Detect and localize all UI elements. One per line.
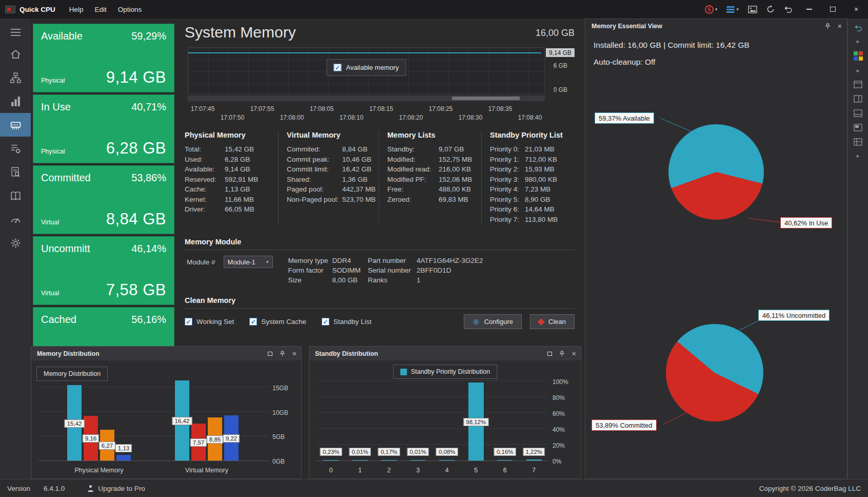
panel-header[interactable]: Standby Distribution × <box>309 347 581 360</box>
bar-value-label: 15,42 <box>65 419 85 428</box>
gear-icon <box>472 318 480 326</box>
available-memory-checkbox[interactable]: ✓ <box>333 64 341 71</box>
notification-badge-button[interactable]: 6 ▾ <box>700 0 722 18</box>
stat-label: Kernel: <box>185 195 225 205</box>
sidebar-item-performance[interactable] <box>0 89 31 113</box>
bar-slot: 1,13 <box>116 380 131 461</box>
undo-icon[interactable] <box>854 25 862 31</box>
maximize-panel-icon[interactable] <box>268 352 272 356</box>
panel-header[interactable]: Memory Distribution × <box>31 347 301 360</box>
panel-dock-icon-4[interactable] <box>854 124 862 131</box>
scrollbar-thumb[interactable] <box>452 97 520 100</box>
maximize-panel-icon[interactable] <box>547 352 552 356</box>
stat-label: Commited: <box>287 144 342 155</box>
card-title: Uncommitt <box>41 243 90 255</box>
menu-icon[interactable] <box>0 23 31 42</box>
close-panel-icon[interactable]: × <box>838 23 842 30</box>
pin-icon[interactable] <box>280 351 285 357</box>
checkbox-icon[interactable]: ✓ <box>185 318 192 326</box>
panel-dock-icon-3[interactable] <box>854 109 862 117</box>
card-committed[interactable]: Committed53,86% Virtual8,84 GB <box>33 165 174 234</box>
stat-value: 15,93 MB <box>525 164 555 175</box>
undo-button[interactable] <box>779 0 797 18</box>
panel-dock-icon-2[interactable] <box>854 95 862 103</box>
close-panel-icon[interactable]: × <box>292 350 297 357</box>
checkbox-icon[interactable]: ✓ <box>249 318 257 326</box>
stat-label: Non-Paged pool: <box>287 195 342 205</box>
clean-label: Clean <box>548 318 566 326</box>
chevron-down-icon: ▾ <box>266 259 269 264</box>
menu-options[interactable]: Options <box>112 4 148 15</box>
dashboard-colors-icon[interactable] <box>854 51 863 61</box>
theme-selector-button[interactable]: ▾ <box>722 0 743 18</box>
stat-value: 523,70 MB <box>342 195 376 205</box>
pin-icon[interactable] <box>825 23 831 29</box>
checkbox-icon[interactable]: ✓ <box>322 318 329 326</box>
bar <box>381 460 397 461</box>
clean-button[interactable]: Clean <box>530 314 575 329</box>
card-uncommitted[interactable]: Uncommitt46,14% Virtual7,58 GB <box>33 236 174 305</box>
bar-slot: 6,27 <box>100 380 114 461</box>
y-axis-tick-label: 40% <box>553 426 565 433</box>
stat-value: 8,84 GB <box>342 144 368 155</box>
stat-label: Modified: <box>387 155 439 165</box>
close-panel-icon[interactable]: × <box>572 350 576 357</box>
stat-label: Paged pool: <box>287 184 342 195</box>
sidebar-item-home[interactable] <box>0 42 31 66</box>
image-icon <box>748 6 757 13</box>
bar <box>526 460 542 461</box>
minimize-button[interactable] <box>797 0 821 18</box>
process-settings-icon <box>10 143 22 155</box>
menu-help[interactable]: Help <box>64 4 89 15</box>
bar-slot: 7,57 <box>191 380 206 461</box>
panel-dock-icon-5[interactable] <box>854 138 862 146</box>
x-tick-label: 17:08:20 <box>399 114 423 121</box>
configure-label: Configure <box>484 318 513 326</box>
module-fields-right: Part number4ATF1G64HZ-3G2E2Serial number… <box>368 256 483 285</box>
chevron-right-icon[interactable]: ▸ <box>857 38 860 45</box>
maximize-button[interactable] <box>821 0 844 18</box>
y-axis-zero-label: 0 GB <box>554 86 567 93</box>
stats-column-header: Virtual Memory <box>287 131 379 139</box>
cpu-tree-icon <box>10 72 22 84</box>
chevron-right-icon[interactable]: ▸ <box>857 152 860 159</box>
stat-value: 152,75 MB <box>439 155 472 165</box>
close-button[interactable]: × <box>844 0 868 18</box>
sidebar-item-documentation[interactable] <box>0 184 31 207</box>
configure-button[interactable]: Configure <box>464 314 522 329</box>
sidebar-item-benchmark[interactable] <box>0 207 31 231</box>
card-title: Committed <box>41 172 91 184</box>
bar-group: 16,427,578,859,22 <box>175 380 239 461</box>
refresh-button[interactable] <box>762 0 779 18</box>
x-tick-label: 17:08:05 <box>310 105 334 112</box>
field-value: 4ATF1G64HZ-3G2E2 <box>417 256 483 265</box>
pin-icon[interactable] <box>559 351 565 357</box>
field-label: Part number <box>368 256 417 265</box>
menu-edit[interactable]: Edit <box>89 4 112 15</box>
stat-value: 11,66 MB <box>225 195 254 205</box>
sidebar-item-memory[interactable] <box>0 113 31 137</box>
sidebar-item-cpu-tree[interactable] <box>0 66 31 89</box>
x-tick-label: 17:07:50 <box>221 114 245 121</box>
stat-value: 592,91 MB <box>225 175 258 185</box>
sidebar-item-settings[interactable] <box>0 231 31 255</box>
installed-memory-total: 16,00 GB <box>536 28 575 41</box>
stats-column: Standby Priority ListPriority 0:21,03 MB… <box>481 131 575 224</box>
panel-dock-icon-1[interactable] <box>854 81 862 88</box>
timeline-scrollbar[interactable] <box>188 95 545 101</box>
card-value: 6,28 GB <box>106 139 166 158</box>
sidebar-item-processes[interactable] <box>0 137 31 160</box>
y-axis-tick-label: 80% <box>553 394 565 402</box>
sidebar-item-report[interactable] <box>0 160 31 184</box>
module-select[interactable]: Module-1 ▾ <box>224 256 273 268</box>
statusbar: Version 6.4.1.0 Upgrade to Pro Copyright… <box>0 479 868 497</box>
stat-row: Priority 0:21,03 MB <box>490 144 575 155</box>
card-available[interactable]: Available59,29% Physical9,14 GB <box>33 24 174 92</box>
upgrade-to-pro-link[interactable]: Upgrade to Pro <box>87 485 145 492</box>
chevron-right-icon[interactable]: ▸ <box>857 67 860 74</box>
x-tick-label: 17:07:45 <box>191 105 215 112</box>
card-in-use[interactable]: In Use40,71% Physical6,28 GB <box>33 94 174 163</box>
titlebar: Quick CPU Help Edit Options 6 ▾ ▾ <box>0 0 868 18</box>
stat-row: Cache:1,13 GB <box>185 184 278 195</box>
screenshot-button[interactable] <box>743 0 762 18</box>
